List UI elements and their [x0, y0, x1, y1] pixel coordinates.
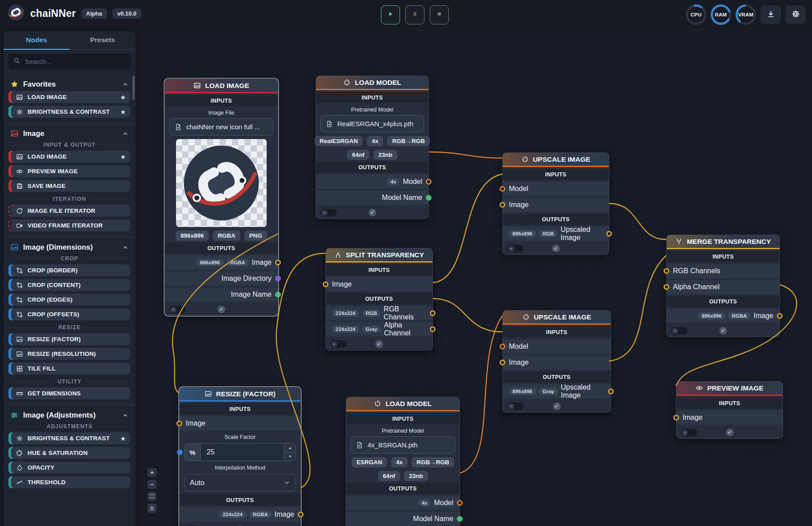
rgb-channels-output-handle[interactable] — [430, 311, 436, 316]
enabled-checkbox[interactable]: ✓ — [376, 340, 383, 348]
category-header-favorites[interactable]: Favorites — [10, 80, 129, 88]
node-header[interactable]: LOAD MODEL — [316, 76, 428, 90]
file-input[interactable]: RealESRGAN_x4plus.pth — [320, 115, 424, 132]
node-header[interactable]: UPSCALE IMAGE — [503, 153, 609, 167]
sidebar-item-crop-content[interactable]: CROP (CONTENT) — [11, 279, 130, 291]
model-input-handle[interactable] — [500, 186, 505, 192]
node-header[interactable]: LOAD IMAGE — [165, 79, 278, 93]
category-header-image[interactable]: Image — [10, 129, 129, 138]
tab-presets[interactable]: Presets — [70, 31, 136, 49]
node-split-transparency[interactable]: SPLIT TRANSPARENCYINPUTSImageOUTPUTS224x… — [325, 248, 433, 351]
sidebar-scrollbar[interactable] — [132, 76, 135, 100]
node-header[interactable]: SPLIT TRANSPARENCY — [326, 248, 432, 263]
node-header[interactable]: MERGE TRANSPARENCY — [667, 235, 780, 249]
image-input-handle[interactable] — [500, 360, 505, 366]
model-input-handle[interactable] — [500, 344, 505, 350]
run-button[interactable] — [381, 5, 400, 24]
node-upscale-2[interactable]: UPSCALE IMAGEINPUTSModelImageOUTPUTS896x… — [502, 310, 611, 413]
chevron-up-icon[interactable] — [122, 244, 129, 251]
model-name-output-handle[interactable] — [426, 195, 432, 201]
stepper-up-button[interactable]: ▲ — [284, 444, 296, 453]
category-header-image-dimensions[interactable]: Image (Dimensions) — [10, 243, 129, 251]
search-box[interactable] — [8, 54, 131, 69]
image-output-handle[interactable] — [777, 313, 783, 319]
model-output-handle[interactable] — [426, 179, 432, 185]
node-load-image[interactable]: LOAD IMAGEINPUTSImage FilechaiNNer new i… — [164, 79, 278, 316]
enabled-checkbox[interactable]: ✓ — [726, 429, 733, 436]
node-load-model-1[interactable]: LOAD MODELINPUTSPretrained ModelRealESRG… — [316, 76, 429, 219]
search-input[interactable] — [24, 57, 126, 66]
file-input[interactable]: chaiNNer new icon full ... — [169, 118, 273, 135]
pause-toggle[interactable] — [169, 306, 186, 313]
alpha-channel-input-handle[interactable] — [664, 284, 669, 290]
interpolation-dropdown[interactable]: Auto — [184, 474, 296, 491]
stepper-down-button[interactable]: ▼ — [284, 453, 296, 461]
node-load-model-2[interactable]: LOAD MODELINPUTSPretrained Model4x_BSRGA… — [346, 397, 460, 526]
sidebar-item-resize-factor[interactable]: RESIZE (FACTOR) — [11, 333, 130, 345]
lock-button[interactable] — [148, 504, 156, 513]
model-output-handle[interactable] — [457, 500, 463, 506]
favorite-star-icon[interactable]: ★ — [120, 153, 126, 160]
image-input-handle[interactable] — [323, 282, 328, 287]
favorite-star-icon[interactable]: ★ — [120, 435, 126, 442]
node-header[interactable]: PREVIEW IMAGE — [676, 382, 783, 396]
number-input[interactable]: 25 — [201, 444, 284, 461]
sidebar-item-load-image[interactable]: LOAD IMAGE★ — [11, 91, 130, 103]
node-header[interactable]: UPSCALE IMAGE — [503, 311, 611, 325]
download-button[interactable] — [760, 5, 781, 24]
image-input-handle[interactable] — [673, 415, 679, 421]
node-resize-factor[interactable]: RESIZE (FACTOR)INPUTSImageScale Factor%2… — [179, 387, 301, 526]
sidebar-item-image-file-iterator[interactable]: IMAGE FILE ITERATOR — [11, 205, 130, 217]
sidebar-item-preview-image[interactable]: PREVIEW IMAGE — [11, 165, 130, 177]
pause-toggle[interactable] — [681, 429, 697, 436]
enabled-checkbox[interactable]: ✓ — [552, 245, 560, 252]
scale-factor-input-handle[interactable] — [177, 450, 183, 455]
sidebar-item-crop-edges[interactable]: CROP (EDGES) — [11, 294, 130, 306]
sidebar-item-crop-border[interactable]: CROP (BORDER) — [11, 264, 130, 276]
zoom-in-button[interactable]: + — [148, 468, 156, 477]
chevron-up-icon[interactable] — [122, 130, 129, 137]
sidebar-item-tile-fill[interactable]: TILE FILL — [11, 363, 130, 375]
enabled-checkbox[interactable]: ✓ — [720, 327, 727, 335]
stop-button[interactable] — [430, 5, 449, 24]
rgb-channels-input-handle[interactable] — [664, 268, 669, 274]
pause-toggle[interactable] — [320, 209, 337, 216]
image-output-handle[interactable] — [298, 512, 304, 518]
chevron-up-icon[interactable] — [122, 412, 129, 419]
pause-toggle[interactable] — [330, 340, 347, 348]
upscaled-image-output-handle[interactable] — [606, 231, 612, 237]
pause-button[interactable] — [405, 5, 424, 24]
enabled-checkbox[interactable]: ✓ — [553, 402, 560, 410]
category-header-image-adjustments[interactable]: Image (Adjustments) — [10, 411, 129, 419]
node-preview-image[interactable]: PREVIEW IMAGEINPUTSImage✓ — [676, 381, 783, 439]
sidebar-item-video-frame-iterator[interactable]: VIDEO FRAME ITERATOR — [11, 219, 130, 231]
image-output-handle[interactable] — [275, 260, 281, 266]
sidebar-item-load-image[interactable]: LOAD IMAGE★ — [11, 151, 130, 163]
alpha-channel-output-handle[interactable] — [430, 327, 436, 332]
sidebar-item-get-dimensions[interactable]: GET DIMENSIONS — [11, 387, 130, 399]
sidebar-item-brightness-contrast[interactable]: BRIGHTNESS & CONTRAST★ — [11, 432, 130, 444]
node-merge-transparency[interactable]: MERGE TRANSPARENCYINPUTSRGB ChannelsAlph… — [666, 235, 780, 337]
sidebar-item-threshold[interactable]: THRESHOLD — [11, 476, 130, 488]
image-input-handle[interactable] — [176, 421, 182, 426]
enabled-checkbox[interactable]: ✓ — [218, 306, 225, 313]
pause-toggle[interactable] — [507, 402, 524, 410]
tab-nodes[interactable]: Nodes — [4, 31, 70, 49]
node-header[interactable]: RESIZE (FACTOR) — [180, 387, 300, 402]
file-input[interactable]: 4x_BSRGAN.pth — [351, 436, 455, 454]
pause-toggle[interactable] — [507, 245, 524, 252]
sidebar-item-resize-resolution[interactable]: RESIZE (RESOLUTION) — [11, 348, 130, 360]
image-name-output-handle[interactable] — [275, 292, 281, 298]
upscaled-image-output-handle[interactable] — [608, 389, 614, 394]
pause-toggle[interactable] — [671, 327, 688, 335]
enabled-checkbox[interactable]: ✓ — [368, 209, 376, 216]
favorite-star-icon[interactable]: ★ — [120, 108, 126, 116]
settings-button[interactable] — [785, 5, 806, 24]
zoom-out-button[interactable]: − — [148, 480, 156, 489]
fit-view-button[interactable] — [148, 492, 156, 501]
image-directory-output-handle[interactable] — [275, 276, 281, 282]
sidebar-item-hue-saturation[interactable]: HUE & SATURATION — [11, 447, 130, 459]
sidebar-item-brightness-contrast[interactable]: BRIGHTNESS & CONTRAST★ — [11, 106, 130, 118]
chevron-up-icon[interactable] — [122, 81, 129, 88]
node-upscale-1[interactable]: UPSCALE IMAGEINPUTSModelImageOUTPUTS896x… — [502, 152, 609, 255]
